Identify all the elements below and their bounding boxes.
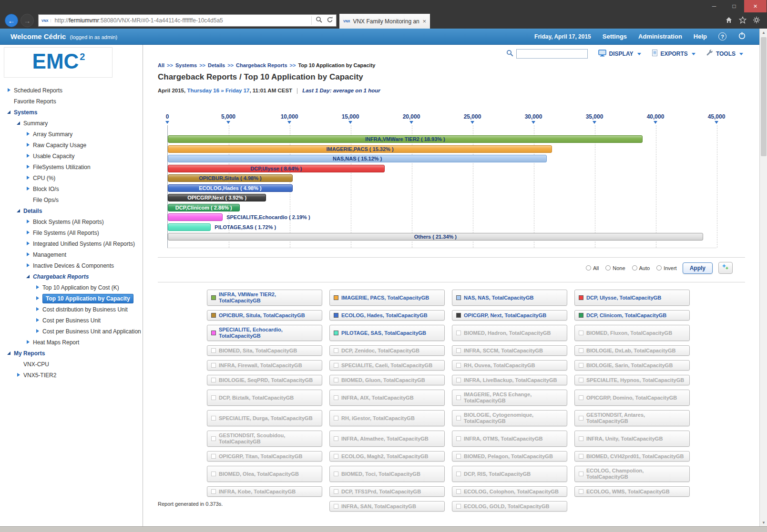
unchecked-checkbox[interactable] bbox=[456, 331, 461, 335]
chart-options-button[interactable] bbox=[718, 262, 733, 274]
search-input[interactable] bbox=[516, 49, 588, 59]
legend-item-nas-nas-totalcapacitygb[interactable]: NAS, NAS, TotalCapacityGB bbox=[452, 290, 567, 306]
collapsed-arrow-icon[interactable] bbox=[26, 252, 31, 257]
tree-item-integrated-unified-systems-all-reports[interactable]: Integrated Unified Systems (All Reports) bbox=[0, 238, 143, 249]
collapsed-arrow-icon[interactable] bbox=[26, 241, 31, 246]
legend-item-biomed-hadron-totalcapacitygb[interactable]: BIOMED, Hadron, TotalCapacityGB bbox=[452, 325, 567, 341]
checked-checkbox[interactable] bbox=[211, 331, 216, 335]
logout-power-icon[interactable] bbox=[738, 31, 746, 41]
unchecked-checkbox[interactable] bbox=[211, 472, 216, 476]
refresh-icon[interactable] bbox=[327, 16, 333, 25]
tree-item-filesystems-utilization[interactable]: FileSystems Utilization bbox=[0, 161, 143, 172]
legend-item-specialite-caeli-totalcapacitygb[interactable]: SPECIALITE, Caeli, TotalCapacityGB bbox=[329, 360, 445, 371]
collapsed-arrow-icon[interactable] bbox=[26, 230, 31, 235]
gear-icon[interactable] bbox=[753, 16, 760, 26]
collapsed-arrow-icon[interactable] bbox=[26, 186, 31, 191]
unchecked-checkbox[interactable] bbox=[456, 348, 461, 353]
legend-item-infra-firewall-totalcapacitygb[interactable]: INFRA, Firewall, TotalCapacityGB bbox=[207, 360, 322, 371]
checked-checkbox[interactable] bbox=[334, 295, 338, 300]
favorites-star-icon[interactable] bbox=[739, 16, 747, 26]
collapsed-arrow-icon[interactable] bbox=[35, 285, 41, 290]
tab-close-icon[interactable]: × bbox=[422, 18, 426, 25]
legend-item-dcp-biztalk-totalcapacitygb[interactable]: DCP, Biztalk, TotalCapacityGB bbox=[207, 390, 322, 406]
breadcrumb-link-chargeback-reports[interactable]: Chargeback Reports bbox=[236, 62, 287, 68]
collapsed-arrow-icon[interactable] bbox=[35, 318, 41, 323]
tree-item-systems[interactable]: Systems bbox=[0, 107, 143, 118]
legend-item-biomed-olea-totalcapacitygb[interactable]: BIOMED, Olea, TotalCapacityGB bbox=[207, 466, 322, 482]
unchecked-checkbox[interactable] bbox=[579, 348, 583, 353]
legend-item-dcp-clinicom-totalcapacitygb[interactable]: DCP, Clinicom, TotalCapacityGB bbox=[574, 310, 690, 321]
legend-item-opicgrp-next-totalcapacitygb[interactable]: OPICGRP, Next, TotalCapacityGB bbox=[452, 310, 567, 321]
tree-item-file-systems-all-reports[interactable]: File Systems (All Reports) bbox=[0, 227, 143, 238]
url-text[interactable]: http://fermiumvmr:58080/VNX-MR/#0-1-4a44… bbox=[54, 17, 311, 24]
legend-item-dcp-zenidoc-totalcapacitygb[interactable]: DCP, Zenidoc, TotalCapacityGB bbox=[329, 345, 445, 356]
legend-item-opicgrp-domino-totalcapacitygb[interactable]: OPICGRP, Domino, TotalCapacityGB bbox=[574, 390, 690, 406]
checked-checkbox[interactable] bbox=[456, 313, 461, 318]
exports-menu[interactable]: EXPORTS bbox=[652, 49, 695, 59]
tree-item-raw-capacity-usage[interactable]: Raw Capacity Usage bbox=[0, 140, 143, 151]
radio-circle-icon[interactable] bbox=[656, 265, 662, 271]
help-link[interactable]: Help bbox=[694, 33, 707, 40]
unchecked-checkbox[interactable] bbox=[456, 436, 461, 441]
unchecked-checkbox[interactable] bbox=[211, 436, 216, 441]
legend-item-ecolog-magh2-totalcapacitygb[interactable]: ECOLOG, Magh2, TotalCapacityGB bbox=[329, 451, 445, 462]
tree-item-cost-per-business-unit[interactable]: Cost per Business Unit bbox=[0, 315, 143, 326]
unchecked-checkbox[interactable] bbox=[456, 504, 461, 509]
legend-item-biomed-pelagon-totalcapacitygb[interactable]: BIOMED, Pelagon, TotalCapacityGB bbox=[452, 451, 567, 462]
display-menu[interactable]: DISPLAY bbox=[598, 50, 641, 59]
legend-item-ecolog-hades-totalcapacitygb[interactable]: ECOLOG, Hades, TotalCapacityGB bbox=[329, 310, 445, 321]
bar-pilotage-sas[interactable] bbox=[168, 223, 211, 231]
tree-item-favorite-reports[interactable]: Favorite Reports bbox=[0, 96, 143, 107]
legend-item-biologie-seqprd-totalcapacitygb[interactable]: BIOLOGIE, SeqPRD, TotalCapacityGB bbox=[207, 375, 322, 385]
legend-item-biologie-dxlab-totalcapacitygb[interactable]: BIOLOGIE, DxLab, TotalCapacityGB bbox=[574, 345, 690, 356]
breadcrumb-link-systems[interactable]: Systems bbox=[175, 62, 197, 68]
minimize-button[interactable]: ─ bbox=[704, 0, 724, 12]
collapsed-arrow-icon[interactable] bbox=[26, 263, 31, 268]
legend-item-ecolog-gold-totalcapacitygb[interactable]: ECOLOG, GOLD, TotalCapacityGB bbox=[452, 501, 567, 512]
period-start-link[interactable]: Thursday 16 bbox=[187, 88, 219, 93]
back-button[interactable]: ← bbox=[5, 14, 18, 27]
address-bar[interactable]: VNX http://fermiumvmr:58080/VNX-MR/#0-1-… bbox=[38, 14, 337, 27]
unchecked-checkbox[interactable] bbox=[334, 363, 338, 368]
unchecked-checkbox[interactable] bbox=[211, 416, 216, 421]
radio-none[interactable]: None bbox=[605, 265, 625, 271]
help-icon[interactable]: ? bbox=[718, 32, 726, 40]
legend-item-dcp-ulysse-totalcapacitygb[interactable]: DCP, Ulysse, TotalCapacityGB bbox=[574, 290, 690, 306]
unchecked-checkbox[interactable] bbox=[334, 436, 338, 441]
unchecked-checkbox[interactable] bbox=[579, 436, 583, 441]
collapsed-arrow-icon[interactable] bbox=[26, 340, 31, 345]
unchecked-checkbox[interactable] bbox=[456, 378, 461, 382]
apply-button[interactable]: Apply bbox=[683, 262, 713, 274]
unchecked-checkbox[interactable] bbox=[456, 454, 461, 459]
close-button[interactable]: × bbox=[744, 0, 767, 12]
legend-item-biologie-cytogenomique-totalcapacitygb[interactable]: BIOLOGIE, Cytogenomique, TotalCapacityGB bbox=[452, 410, 567, 426]
collapsed-arrow-icon[interactable] bbox=[35, 296, 41, 301]
browser-tab[interactable]: VNX VNX Family Monitoring an... × bbox=[339, 14, 430, 29]
checked-checkbox[interactable] bbox=[211, 313, 216, 318]
radio-circle-icon[interactable] bbox=[605, 265, 611, 271]
legend-item-rh-ouvea-totalcapacitygb[interactable]: RH, Ouvea, TotalCapacityGB bbox=[452, 360, 567, 371]
scrollbar-thumb[interactable] bbox=[761, 37, 767, 156]
tree-item-heat-maps-report[interactable]: Heat Maps Report bbox=[0, 337, 143, 348]
collapsed-arrow-icon[interactable] bbox=[35, 307, 41, 312]
radio-all[interactable]: All bbox=[586, 265, 599, 271]
collapsed-arrow-icon[interactable] bbox=[26, 131, 31, 137]
tree-item-array-summary[interactable]: Array Summary bbox=[0, 129, 143, 140]
tree-item-my-reports[interactable]: My Reports bbox=[0, 348, 143, 359]
legend-item-infra-sccm-totalcapacitygb[interactable]: INFRA, SCCM, TotalCapacityGB bbox=[452, 345, 567, 356]
expanded-arrow-icon[interactable] bbox=[16, 120, 22, 126]
unchecked-checkbox[interactable] bbox=[456, 489, 461, 494]
period-end-link[interactable]: Friday 17 bbox=[225, 88, 250, 93]
unchecked-checkbox[interactable] bbox=[334, 378, 338, 382]
search-icon[interactable] bbox=[506, 50, 513, 59]
collapsed-arrow-icon[interactable] bbox=[26, 164, 31, 170]
forward-button[interactable]: → bbox=[20, 14, 34, 27]
settings-link[interactable]: Settings bbox=[603, 33, 627, 40]
unchecked-checkbox[interactable] bbox=[579, 378, 583, 382]
legend-item-biomed-toci-totalcapacitygb[interactable]: BIOMED, Toci, TotalCapacityGB bbox=[329, 466, 445, 482]
legend-item-imagerie-pacs-totalcapacitygb[interactable]: IMAGERIE, PACS, TotalCapacityGB bbox=[329, 290, 445, 306]
legend-item-dcp-tfs1prd-totalcapacitygb[interactable]: DCP, TFS1Prd, TotalCapacityGB bbox=[329, 486, 445, 497]
checked-checkbox[interactable] bbox=[456, 295, 461, 300]
tree-item-inactive-devices-components[interactable]: Inactive Devices & Components bbox=[0, 260, 143, 271]
tree-item-usable-capacity[interactable]: Usable Capacity bbox=[0, 151, 143, 161]
